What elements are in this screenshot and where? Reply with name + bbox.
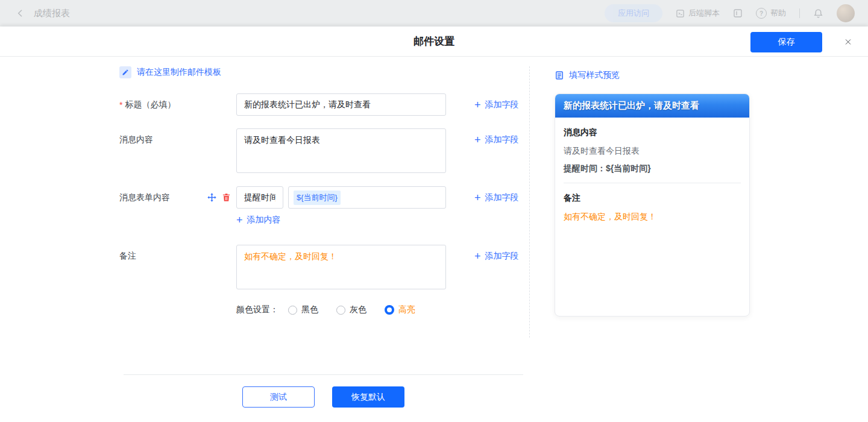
email-settings-modal: 邮件设置 保存 请在这里制作邮件模板 * 标题（必填） + 添加字段 消息内容: [0, 27, 868, 422]
radio-black[interactable]: 黑色: [288, 304, 318, 315]
plus-icon: +: [474, 136, 481, 144]
form-footer-divider: [124, 374, 523, 375]
report-title: 成绩报表: [34, 8, 70, 19]
restore-default-button[interactable]: 恢复默认: [332, 386, 404, 408]
plus-icon: +: [236, 216, 243, 224]
preview-content-text: 请及时查看今日报表: [564, 146, 741, 157]
close-icon[interactable]: [841, 34, 855, 49]
preview-divider: [564, 183, 741, 183]
field-name-input[interactable]: [236, 186, 283, 209]
radio-highlight[interactable]: 高亮: [385, 304, 415, 315]
preview-remark-label: 备注: [564, 193, 741, 204]
preview-header-label: 填写样式预览: [569, 70, 620, 81]
modal-title: 邮件设置: [0, 27, 868, 56]
topbar-divider: [799, 8, 800, 18]
template-hint-row: 请在这里制作邮件模板: [119, 66, 221, 78]
modal-header: 邮件设置 保存: [0, 27, 868, 57]
radio-checked-icon[interactable]: [385, 305, 394, 315]
radio-icon[interactable]: [336, 306, 345, 315]
plus-icon: +: [474, 101, 481, 109]
template-hint-text: 请在这里制作邮件模板: [137, 67, 221, 78]
question-icon: ?: [756, 8, 767, 19]
preview-card-title: 新的报表统计已出炉，请及时查看: [555, 94, 749, 118]
add-content-button[interactable]: + 添加内容: [236, 215, 281, 225]
add-field-button-title[interactable]: + 添加字段: [474, 99, 519, 110]
radio-icon[interactable]: [288, 306, 297, 315]
add-field-button-content[interactable]: + 添加字段: [474, 134, 519, 145]
avatar[interactable]: [837, 4, 855, 22]
preview-header: 填写样式预览: [555, 70, 620, 81]
document-icon: [555, 71, 564, 80]
email-settings-screen: 成绩报表 应用访问 后端脚本 ? 帮助: [0, 0, 868, 422]
help-button[interactable]: ? 帮助: [756, 8, 786, 19]
test-button[interactable]: 测试: [242, 386, 315, 408]
variable-tag[interactable]: ${当前时间}: [294, 191, 341, 205]
app-topbar: 成绩报表 应用访问 后端脚本 ? 帮助: [0, 0, 868, 27]
preview-card: 新的报表统计已出炉，请及时查看 消息内容 请及时查看今日报表 提醒时间：${当前…: [555, 93, 750, 316]
save-button[interactable]: 保存: [750, 32, 822, 52]
backend-script-button[interactable]: 后端脚本: [676, 8, 720, 19]
field-value-input[interactable]: ${当前时间}: [288, 186, 446, 209]
remark-label: 备注: [119, 245, 136, 267]
bell-icon[interactable]: [813, 8, 823, 19]
panel-toggle-icon[interactable]: [733, 8, 743, 18]
color-settings-label: 颜色设置：: [236, 304, 278, 315]
add-field-button-remark[interactable]: + 添加字段: [474, 251, 519, 262]
trash-icon[interactable]: [222, 193, 231, 202]
content-textarea[interactable]: 请及时查看今日报表: [236, 128, 446, 173]
content-label: 消息内容: [119, 128, 153, 151]
vertical-dashed-divider: [529, 66, 530, 338]
add-field-button-form-content[interactable]: + 添加字段: [474, 192, 519, 203]
plus-icon: +: [474, 252, 481, 260]
script-icon: [676, 9, 685, 18]
app-access-button[interactable]: 应用访问: [605, 4, 662, 22]
preview-content-label: 消息内容: [564, 127, 741, 138]
title-label: * 标题（必填）: [119, 93, 175, 116]
color-settings-row: 颜色设置： 黑色 灰色 高亮: [236, 304, 433, 315]
required-mark: *: [119, 100, 122, 110]
pencil-icon: [119, 66, 131, 78]
remark-textarea[interactable]: 如有不确定，及时回复！: [236, 245, 446, 289]
preview-form-line: 提醒时间：${当前时间}: [564, 163, 741, 174]
back-chevron-icon[interactable]: [16, 8, 25, 18]
form-content-row-actions: [207, 186, 231, 209]
move-icon[interactable]: [207, 193, 216, 202]
radio-gray[interactable]: 灰色: [336, 304, 366, 315]
title-input[interactable]: [236, 93, 446, 116]
preview-remark-text: 如有不确定，及时回复！: [564, 212, 741, 222]
plus-icon: +: [474, 194, 481, 202]
